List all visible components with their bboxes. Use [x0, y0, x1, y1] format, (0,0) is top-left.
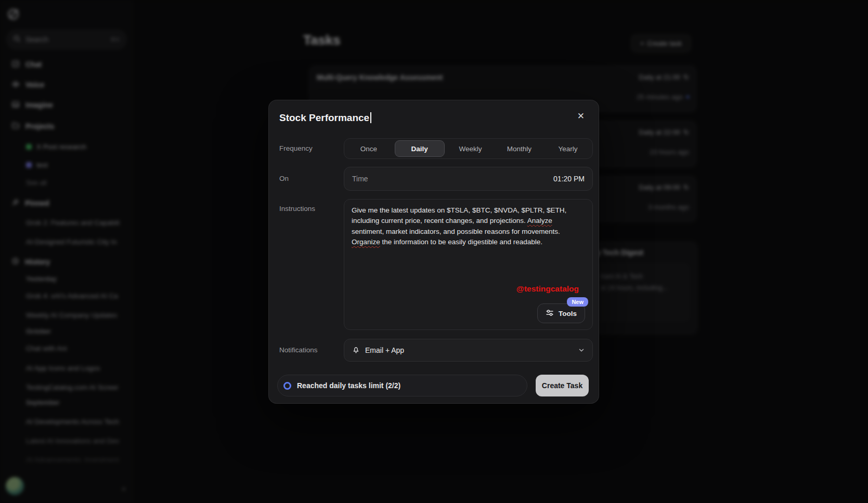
task-limit-banner: Reached daily tasks limit (2/2) [277, 375, 527, 396]
time-value: 01:20 PM [553, 175, 585, 183]
create-task-submit-button[interactable]: Create Task [536, 375, 589, 396]
instructions-label: Instructions [279, 205, 315, 213]
tools-button-label: Tools [559, 310, 577, 317]
progress-ring-icon [283, 382, 291, 390]
frequency-option-weekly[interactable]: Weekly [446, 139, 495, 158]
notifications-label: Notifications [279, 346, 318, 354]
time-field[interactable]: Time 01:20 PM [344, 167, 593, 191]
frequency-option-monthly[interactable]: Monthly [495, 139, 543, 158]
chevron-down-icon [578, 347, 585, 354]
time-field-label: Time [352, 175, 368, 183]
sliders-icon [546, 309, 554, 319]
frequency-option-daily[interactable]: Daily [395, 140, 445, 157]
frequency-label: Frequency [279, 144, 313, 152]
watermark-text: @testingcatalog [516, 284, 579, 294]
notifications-value: Email + App [365, 346, 404, 354]
tools-button[interactable]: Tools New [537, 303, 585, 323]
notifications-select[interactable]: Email + App [344, 339, 593, 362]
bell-icon [352, 345, 360, 356]
misspelled-word: Organize [352, 238, 380, 246]
instructions-text: Give me the latest updates on $TSLA, $BT… [352, 205, 585, 247]
misspelled-word: Analyze [527, 217, 552, 224]
frequency-option-yearly[interactable]: Yearly [543, 139, 592, 158]
create-task-modal: Stock Performance ✕ Frequency Once Daily… [268, 100, 599, 404]
instructions-textarea[interactable]: Give me the latest updates on $TSLA, $BT… [344, 199, 593, 330]
close-icon[interactable]: ✕ [577, 112, 585, 121]
frequency-option-once[interactable]: Once [344, 139, 393, 158]
task-limit-text: Reached daily tasks limit (2/2) [297, 381, 400, 390]
app-window: Search ⌘K Chat Voice [0, 0, 868, 503]
new-badge: New [567, 297, 588, 307]
text-cursor [370, 112, 371, 123]
task-title-input[interactable]: Stock Performance [279, 112, 371, 124]
frequency-segmented-control: Once Daily Weekly Monthly Yearly [344, 138, 593, 159]
on-label: On [279, 175, 289, 182]
